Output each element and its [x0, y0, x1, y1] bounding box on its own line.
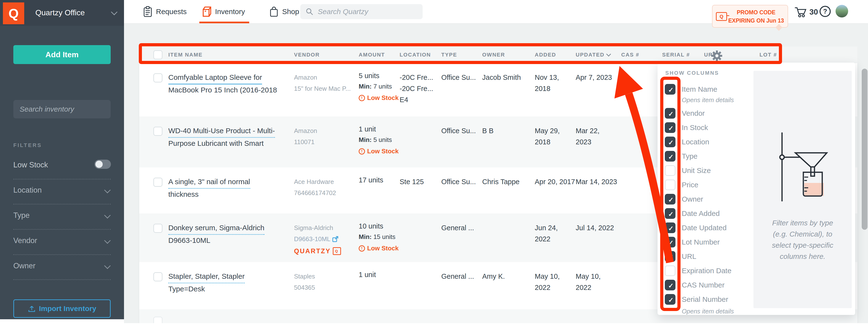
col-location[interactable]: LOCATION: [400, 52, 441, 58]
owner-cell: Chris Tappe: [482, 167, 535, 214]
hint-line: (e.g. Chemical), to: [753, 228, 852, 240]
add-item-button[interactable]: Add Item: [13, 45, 111, 64]
avatar[interactable]: [836, 5, 848, 18]
checkbox[interactable]: [665, 251, 676, 262]
item-name-link[interactable]: Comfyable Laptop Sleeve forMacBook Pro 1…: [168, 63, 294, 116]
filter-group-vendor[interactable]: Vendor: [13, 236, 111, 248]
help-button[interactable]: ?: [819, 6, 831, 17]
checkbox[interactable]: [665, 180, 676, 190]
upload-icon: [28, 305, 36, 312]
col-lot[interactable]: LOT #: [760, 52, 857, 58]
col-serial[interactable]: SERIAL #: [662, 52, 704, 58]
updated-cell: May 10, 2022: [576, 262, 621, 309]
divider: [13, 279, 111, 280]
checkbox[interactable]: [665, 108, 676, 119]
low-stock-toggle[interactable]: [94, 160, 111, 169]
low-stock-label: Low Stock: [13, 161, 48, 169]
filter-group-label: Type: [13, 211, 30, 220]
amount-cell: 5 units Min: 7 units !Low Stock: [359, 63, 400, 116]
chevron-down-icon: [111, 9, 118, 15]
workspace-name: Quartzy Office: [35, 8, 85, 17]
chevron-down-icon: [104, 237, 111, 244]
checkbox[interactable]: [665, 137, 676, 147]
cart-icon: [795, 6, 807, 18]
vendor-cell: Amazon110071: [294, 116, 359, 167]
vendor-cell: Sigma-Aldrich D9663-10ML QUARTZYQ: [294, 214, 359, 262]
checkbox[interactable]: [665, 222, 676, 233]
filter-group-location[interactable]: Location: [13, 186, 111, 198]
checkbox[interactable]: [665, 280, 676, 291]
catalog-link[interactable]: D9663-10ML: [294, 234, 339, 245]
type-cell: General ...: [441, 262, 482, 309]
tab-inventory[interactable]: Inventory: [202, 0, 245, 23]
filter-group-type[interactable]: Type: [13, 211, 111, 223]
gear-icon[interactable]: [711, 50, 723, 62]
checkbox[interactable]: [665, 294, 676, 305]
location-cell: [400, 214, 441, 262]
location-cell: [400, 262, 441, 309]
col-cas[interactable]: CAS #: [621, 52, 662, 58]
added-cell: Apr 20, 2017: [535, 167, 576, 214]
added-cell: Jun 24, 2022: [535, 214, 576, 262]
checkbox[interactable]: [665, 208, 676, 219]
workspace-switcher[interactable]: Q Quartzy Office: [0, 0, 124, 26]
location-cell: [400, 116, 441, 167]
row-checkbox[interactable]: [153, 73, 162, 82]
col-added[interactable]: ADDED: [535, 52, 576, 58]
col-updated[interactable]: UPDATED: [576, 52, 621, 58]
row-checkbox[interactable]: [153, 177, 162, 187]
col-type[interactable]: TYPE: [441, 52, 482, 58]
tab-requests[interactable]: Requests: [144, 0, 187, 23]
hint-line: columns here.: [753, 251, 852, 262]
filter-group-owner[interactable]: Owner: [13, 262, 111, 274]
checkbox[interactable]: [665, 84, 676, 94]
hint-line: select type-specific: [753, 240, 852, 251]
checkbox[interactable]: [665, 122, 676, 133]
low-stock-badge: !Low Stock: [359, 147, 400, 155]
location-cell: -20C Fre... -20C Fre... E4: [400, 63, 441, 116]
external-link-icon: [332, 236, 339, 242]
row-checkbox[interactable]: [153, 127, 162, 136]
search-input[interactable]: [317, 7, 415, 16]
item-name-link[interactable]: Donkey serum, Sigma-AldrichD9663-10ML: [168, 214, 294, 262]
item-name-link[interactable]: A single, 3" nail of normalthickness: [168, 167, 294, 214]
vendor-cell: Ace Hardware764666174702: [294, 167, 359, 214]
promo-banner[interactable]: Q PROMO CODE EXPIRING ON Jun 13: [712, 5, 788, 28]
checkbox[interactable]: [665, 237, 676, 247]
vertical-scrollbar-thumb[interactable]: [862, 69, 868, 230]
global-search: [300, 4, 423, 19]
checkbox[interactable]: [665, 151, 676, 162]
select-all-checkbox[interactable]: [153, 50, 162, 59]
tab-shop[interactable]: Shop: [270, 0, 299, 23]
col-owner[interactable]: OWNER: [482, 52, 535, 58]
checkbox[interactable]: [665, 266, 676, 276]
col-amount[interactable]: AMOUNT: [359, 52, 400, 58]
added-cell: May 29, 2018: [535, 116, 576, 167]
promo-line1: PROMO CODE: [726, 8, 786, 17]
tab-requests-label: Requests: [156, 7, 187, 16]
sort-chevron-icon: [606, 52, 611, 57]
chevron-down-icon: [104, 263, 111, 269]
item-name-link[interactable]: WD-40 Multi-Use Product - Multi-Purpose …: [168, 116, 294, 167]
checkbox[interactable]: [665, 165, 676, 176]
row-checkbox[interactable]: [153, 224, 162, 233]
row-checkbox[interactable]: [153, 272, 162, 281]
import-inventory-button[interactable]: Import Inventory: [13, 299, 111, 318]
shop-bag-icon: [270, 6, 278, 17]
viewport-bottom-gap: [0, 323, 868, 328]
cart-button[interactable]: 30: [795, 6, 818, 18]
updated-cell: Apr 7, 2023: [576, 63, 621, 116]
updated-cell: Jul 14, 2022: [576, 214, 621, 262]
promo-tag-icon: Q: [716, 12, 727, 21]
col-item-name[interactable]: ITEM NAME: [168, 52, 294, 58]
inventory-search: [13, 100, 111, 118]
type-filter-hint-card: Filter items by type (e.g. Chemical), to…: [753, 71, 852, 308]
col-vendor[interactable]: VENDOR: [294, 52, 359, 58]
clipboard-icon: [144, 6, 152, 17]
alert-icon: !: [359, 245, 365, 252]
inventory-search-input[interactable]: [19, 105, 115, 113]
updated-cell: Mar 22, 2023: [576, 116, 621, 167]
checkbox[interactable]: [665, 194, 676, 204]
item-name-link[interactable]: Stapler, Stapler, StaplerType=Desk: [168, 262, 294, 309]
filters-heading: FILTERS: [13, 142, 42, 148]
